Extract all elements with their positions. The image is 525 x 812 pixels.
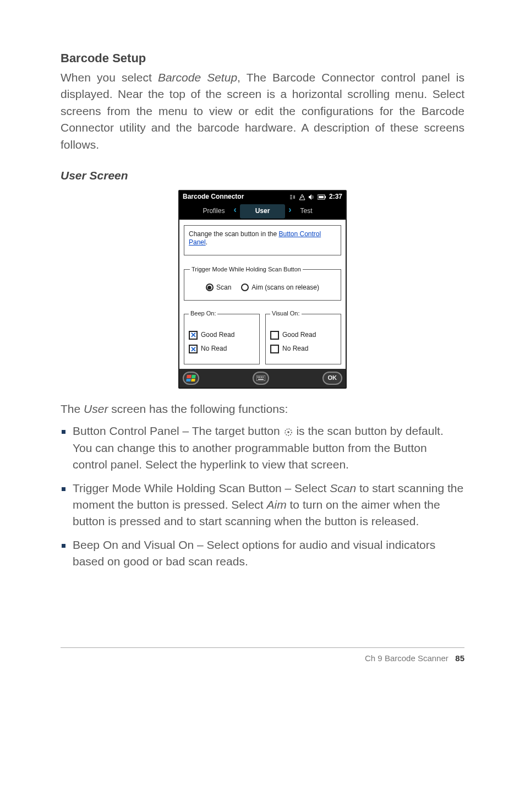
footer-page: 85: [455, 653, 464, 663]
beep-no-read-checkbox[interactable]: ✕ No Read: [189, 344, 255, 353]
nav-test-label: Test: [300, 206, 313, 216]
radio-scan[interactable]: Scan: [206, 283, 231, 292]
checkbox-unchecked-icon: [270, 345, 279, 353]
beep-no-read-label: No Read: [201, 344, 227, 353]
radio-aim-label: Aim (scans on release): [251, 283, 319, 292]
radio-scan-label: Scan: [216, 283, 231, 292]
keyboard-icon: [256, 375, 265, 381]
intro-italic: Barcode Setup: [158, 71, 237, 84]
nav-profiles[interactable]: Profiles: [179, 203, 230, 220]
subsection-heading: User Screen: [61, 167, 464, 184]
visual-no-read-label: No Read: [282, 344, 308, 353]
follow-para: The User screen has the following functi…: [61, 401, 464, 417]
bullet-trigger-mode: Trigger Mode While Holding Scan Button –…: [73, 480, 464, 530]
svg-rect-3: [319, 196, 324, 198]
visual-no-read-checkbox[interactable]: No Read: [270, 344, 336, 353]
page-footer: Ch 9 Barcode Scanner 85: [61, 647, 464, 664]
visual-on-legend: Visual On:: [270, 309, 302, 318]
svg-rect-9: [258, 379, 264, 380]
svg-rect-2: [325, 196, 326, 198]
beep-good-read-label: Good Read: [201, 330, 234, 340]
svg-point-11: [287, 431, 289, 433]
task-bar: OK: [179, 369, 346, 388]
svg-rect-8: [262, 377, 264, 378]
follow-suffix: screen has the following functions:: [108, 402, 288, 415]
footer-chapter: Ch 9 Barcode Scanner: [365, 653, 449, 663]
clock-text: 2:37: [329, 192, 342, 201]
device-screenshot: Barcode Connector 2:37 Profil: [61, 190, 464, 389]
b2-scan: Scan: [330, 482, 356, 494]
bullet-beep-visual: Beep On and Visual On – Select options f…: [73, 537, 464, 570]
volume-icon: [308, 194, 315, 200]
info-box: Change the scan button in the Button Con…: [184, 225, 341, 255]
target-icon: [283, 427, 293, 437]
svg-rect-6: [259, 377, 260, 378]
follow-prefix: The: [61, 402, 84, 415]
connectivity-icon: [289, 194, 296, 200]
trigger-mode-legend: Trigger Mode While Holding Scan Button: [190, 265, 303, 274]
signal-icon: [299, 194, 305, 200]
bullet-list: Button Control Panel – The target button…: [61, 423, 464, 570]
beep-good-read-checkbox[interactable]: ✕ Good Read: [189, 330, 255, 340]
chevron-right-icon[interactable]: ›: [285, 203, 294, 220]
battery-icon: [318, 194, 326, 200]
status-icons: 2:37: [289, 192, 342, 201]
nav-profiles-label: Profiles: [203, 206, 225, 216]
svg-rect-7: [261, 377, 262, 378]
b2-aim: Aim: [267, 498, 287, 511]
follow-italic: User: [84, 402, 108, 415]
device-body: Change the scan button in the Button Con…: [179, 220, 346, 369]
beep-on-legend: Beep On:: [189, 309, 217, 318]
info-text-prefix: Change the scan button in the: [189, 230, 278, 238]
checkbox-unchecked-icon: [270, 331, 279, 340]
beep-on-group: Beep On: ✕ Good Read ✕ No Read: [184, 309, 260, 364]
checkbox-checked-icon: ✕: [189, 345, 198, 353]
radio-unselected-icon: [241, 284, 249, 291]
intro-pre: When you select: [61, 71, 158, 84]
b1-prefix: Button Control Panel – The target button: [73, 424, 283, 437]
visual-good-read-checkbox[interactable]: Good Read: [270, 330, 336, 340]
intro-para: When you select Barcode Setup, The Barco…: [61, 69, 464, 153]
windows-icon: [186, 375, 196, 382]
nav-user[interactable]: User: [240, 204, 285, 219]
app-title: Barcode Connector: [183, 192, 244, 201]
trigger-mode-group: Trigger Mode While Holding Scan Button S…: [184, 265, 341, 301]
keyboard-button[interactable]: [253, 372, 269, 385]
svg-rect-5: [258, 377, 259, 378]
visual-on-group: Visual On: Good Read No Read: [265, 309, 341, 364]
start-button[interactable]: [183, 372, 199, 385]
info-text-suffix: .: [206, 238, 207, 246]
nav-user-label: User: [255, 206, 270, 216]
device-frame: Barcode Connector 2:37 Profil: [178, 190, 347, 389]
title-bar: Barcode Connector 2:37: [179, 191, 346, 203]
b2-prefix: Trigger Mode While Holding Scan Button –…: [73, 482, 330, 494]
checkbox-checked-icon: ✕: [189, 331, 198, 340]
chevron-left-icon[interactable]: ‹: [230, 203, 239, 220]
visual-good-read-label: Good Read: [282, 330, 316, 340]
nav-test[interactable]: Test: [295, 203, 346, 220]
ok-button[interactable]: OK: [322, 372, 343, 385]
radio-selected-icon: [206, 284, 214, 291]
bullet-button-control-panel: Button Control Panel – The target button…: [73, 423, 464, 473]
section-heading: Barcode Setup: [61, 50, 464, 67]
nav-bar: Profiles ‹ User › Test: [179, 203, 346, 220]
svg-rect-4: [256, 375, 265, 381]
radio-aim[interactable]: Aim (scans on release): [241, 283, 319, 292]
